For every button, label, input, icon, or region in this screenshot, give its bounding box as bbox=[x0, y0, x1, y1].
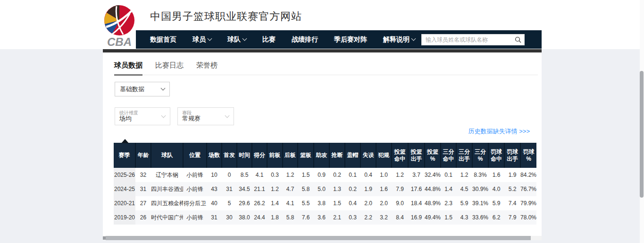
cell: 1.0 bbox=[376, 168, 392, 182]
cell: 1.9 bbox=[360, 182, 376, 196]
dimension-filter[interactable]: 统计维度 场均 bbox=[115, 107, 170, 125]
cell: 0.3 bbox=[267, 168, 283, 182]
column-header-得分[interactable]: 得分 bbox=[252, 143, 267, 168]
nav-item-数据首页[interactable]: 数据首页 bbox=[150, 35, 176, 44]
column-header-位置[interactable]: 位置 bbox=[183, 143, 207, 168]
nav-item-解释说明[interactable]: 解释说明 bbox=[383, 35, 415, 44]
cell: 2025-26 bbox=[114, 168, 135, 182]
column-header-三分%[interactable]: 三分% bbox=[472, 143, 488, 168]
cell: 1.8 bbox=[267, 210, 283, 225]
column-header-投篮出手[interactable]: 投篮出手 bbox=[408, 143, 425, 168]
cell: 26.2 bbox=[252, 196, 267, 210]
cell: 0.2 bbox=[329, 168, 345, 182]
column-header-投篮命中[interactable]: 投篮命中 bbox=[392, 143, 408, 168]
column-header-罚球出手[interactable]: 罚球出手 bbox=[504, 143, 520, 168]
cell: 8.4 bbox=[392, 210, 408, 225]
cell: 1.6 bbox=[376, 182, 392, 196]
column-header-场数[interactable]: 场数 bbox=[207, 143, 222, 168]
horizontal-scrollbar[interactable] bbox=[103, 236, 542, 240]
column-header-球队[interactable]: 球队 bbox=[151, 143, 183, 168]
column-header-时间[interactable]: 时间 bbox=[237, 143, 252, 168]
cell: 76.7% bbox=[520, 182, 536, 196]
column-header-助攻[interactable]: 助攻 bbox=[314, 143, 329, 168]
cell: 1.2 bbox=[283, 168, 298, 182]
nav-item-战绩排行[interactable]: 战绩排行 bbox=[292, 35, 318, 44]
tab-球员数据[interactable]: 球员数据 bbox=[114, 61, 142, 76]
search-icon[interactable] bbox=[512, 36, 524, 43]
player-stats-table: 赛季年龄球队位置场数首发时间得分前板后板篮板助攻抢断盖帽失误犯规投篮命中投篮出手… bbox=[114, 143, 536, 225]
vertical-scrollbar[interactable] bbox=[640, 0, 644, 243]
column-header-抢断[interactable]: 抢断 bbox=[329, 143, 345, 168]
nav-item-label: 季后赛对阵 bbox=[334, 35, 367, 44]
data-type-select[interactable]: 基础数据 bbox=[115, 82, 170, 96]
table-row: 2025-2632辽宁本钢小前锋1008.54.10.31.21.50.90.2… bbox=[114, 168, 536, 182]
dimension-filter-value: 场均 bbox=[119, 115, 138, 122]
cell: 5 bbox=[222, 196, 237, 210]
cell: 1.4 bbox=[267, 196, 283, 210]
cell: 5.9 bbox=[456, 196, 472, 210]
cell: 8.5 bbox=[237, 168, 252, 182]
column-header-首发[interactable]: 首发 bbox=[222, 143, 237, 168]
player-stats-table-wrap: 赛季年龄球队位置场数首发时间得分前板后板篮板助攻抢断盖帽失误犯规投篮命中投篮出手… bbox=[114, 143, 532, 225]
column-header-投篮%[interactable]: 投篮% bbox=[425, 143, 441, 168]
cba-logo[interactable]: CBA bbox=[102, 2, 135, 48]
cell: 84.2% bbox=[520, 168, 536, 182]
cell: 1.3 bbox=[329, 182, 345, 196]
nav-item-label: 球队 bbox=[227, 35, 241, 44]
cell: 5.9 bbox=[488, 196, 504, 210]
nav-item-季后赛对阵[interactable]: 季后赛对阵 bbox=[334, 35, 367, 44]
chevron-down-icon bbox=[161, 86, 166, 91]
cell: 30.9% bbox=[472, 182, 488, 196]
data-type-value: 基础数据 bbox=[120, 85, 144, 94]
tab-荣誉榜[interactable]: 荣誉榜 bbox=[196, 61, 217, 76]
cell: 4.1 bbox=[252, 168, 267, 182]
tab-比赛日志[interactable]: 比赛日志 bbox=[155, 61, 184, 76]
nav-item-比赛[interactable]: 比赛 bbox=[262, 35, 276, 44]
nav-item-球队[interactable]: 球队 bbox=[227, 35, 246, 44]
chevron-down-icon bbox=[225, 113, 230, 118]
column-header-后板[interactable]: 后板 bbox=[283, 143, 298, 168]
search-input[interactable] bbox=[422, 35, 512, 45]
vertical-scrollbar-thumb[interactable] bbox=[640, 71, 644, 198]
cell: 78.0% bbox=[520, 210, 536, 225]
cell: 8.3% bbox=[472, 168, 488, 182]
cell: 1.5 bbox=[441, 210, 456, 225]
cell: 辽宁本钢 bbox=[151, 168, 183, 182]
cell: 38.0 bbox=[237, 210, 252, 225]
cell: 2.0 bbox=[376, 196, 392, 210]
column-header-三分命中[interactable]: 三分命中 bbox=[441, 143, 456, 168]
horizontal-scrollbar-thumb[interactable] bbox=[106, 236, 531, 240]
cell: 四川五粮金樽 bbox=[151, 196, 183, 210]
column-header-罚球%[interactable]: 罚球% bbox=[520, 143, 536, 168]
cell: 4.1 bbox=[283, 196, 298, 210]
cell: 2.3 bbox=[441, 196, 456, 210]
column-header-年龄[interactable]: 年龄 bbox=[135, 143, 151, 168]
cell: 27 bbox=[135, 196, 151, 210]
column-header-罚球命中[interactable]: 罚球命中 bbox=[488, 143, 504, 168]
cell: 29.6 bbox=[237, 196, 252, 210]
chevron-down-icon bbox=[161, 113, 166, 118]
column-header-失误[interactable]: 失误 bbox=[360, 143, 376, 168]
column-header-篮板[interactable]: 篮板 bbox=[298, 143, 314, 168]
cell: 7.9 bbox=[392, 182, 408, 196]
cell: 31 bbox=[207, 210, 222, 225]
cell: 32 bbox=[135, 168, 151, 182]
column-header-盖帽[interactable]: 盖帽 bbox=[345, 143, 360, 168]
column-header-犯规[interactable]: 犯规 bbox=[376, 143, 392, 168]
tab-bar: 球员数据比赛日志荣誉榜 bbox=[114, 61, 230, 76]
nav-item-球员[interactable]: 球员 bbox=[192, 35, 211, 44]
cell: 2.1 bbox=[329, 210, 345, 225]
column-header-赛季[interactable]: 赛季 bbox=[114, 143, 135, 168]
column-header-前板[interactable]: 前板 bbox=[267, 143, 283, 168]
cell: 1.5 bbox=[329, 196, 345, 210]
table-header-row: 赛季年龄球队位置场数首发时间得分前板后板篮板助攻抢断盖帽失误犯规投篮命中投篮出手… bbox=[114, 143, 536, 168]
cell: 44.8% bbox=[425, 182, 441, 196]
cell: 16.9 bbox=[408, 210, 425, 225]
cell: 48.9% bbox=[425, 196, 441, 210]
cell: 2.2 bbox=[360, 210, 376, 225]
column-header-三分出手[interactable]: 三分出手 bbox=[456, 143, 472, 168]
cell: 4.7 bbox=[283, 182, 298, 196]
cell: 1.6 bbox=[488, 168, 504, 182]
history-missing-data-link[interactable]: 历史数据缺失详情 >>> bbox=[468, 127, 530, 136]
stage-filter[interactable]: 赛段 常规赛 bbox=[177, 107, 234, 125]
